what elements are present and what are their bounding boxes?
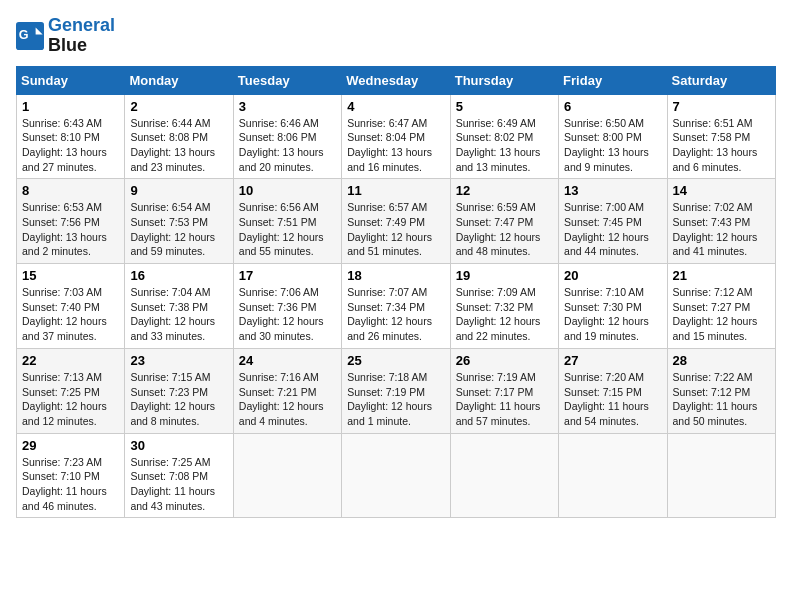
day-info: Sunrise: 7:18 AM Sunset: 7:19 PM Dayligh… [347, 370, 444, 429]
day-number: 6 [564, 99, 661, 114]
day-number: 10 [239, 183, 336, 198]
day-info: Sunrise: 7:00 AM Sunset: 7:45 PM Dayligh… [564, 200, 661, 259]
day-number: 30 [130, 438, 227, 453]
day-number: 9 [130, 183, 227, 198]
calendar-cell: 27 Sunrise: 7:20 AM Sunset: 7:15 PM Dayl… [559, 348, 667, 433]
page-header: G General Blue [16, 16, 776, 56]
day-info: Sunrise: 6:51 AM Sunset: 7:58 PM Dayligh… [673, 116, 770, 175]
day-info: Sunrise: 7:10 AM Sunset: 7:30 PM Dayligh… [564, 285, 661, 344]
day-number: 2 [130, 99, 227, 114]
day-number: 23 [130, 353, 227, 368]
calendar-cell: 16 Sunrise: 7:04 AM Sunset: 7:38 PM Dayl… [125, 264, 233, 349]
day-number: 3 [239, 99, 336, 114]
calendar-cell: 17 Sunrise: 7:06 AM Sunset: 7:36 PM Dayl… [233, 264, 341, 349]
day-number: 26 [456, 353, 553, 368]
day-info: Sunrise: 7:22 AM Sunset: 7:12 PM Dayligh… [673, 370, 770, 429]
day-number: 16 [130, 268, 227, 283]
day-info: Sunrise: 6:47 AM Sunset: 8:04 PM Dayligh… [347, 116, 444, 175]
calendar-cell: 30 Sunrise: 7:25 AM Sunset: 7:08 PM Dayl… [125, 433, 233, 518]
calendar-cell: 9 Sunrise: 6:54 AM Sunset: 7:53 PM Dayli… [125, 179, 233, 264]
calendar-cell: 15 Sunrise: 7:03 AM Sunset: 7:40 PM Dayl… [17, 264, 125, 349]
day-header-tuesday: Tuesday [233, 66, 341, 94]
day-header-friday: Friday [559, 66, 667, 94]
calendar-cell: 26 Sunrise: 7:19 AM Sunset: 7:17 PM Dayl… [450, 348, 558, 433]
calendar-cell: 19 Sunrise: 7:09 AM Sunset: 7:32 PM Dayl… [450, 264, 558, 349]
day-info: Sunrise: 6:43 AM Sunset: 8:10 PM Dayligh… [22, 116, 119, 175]
svg-text:G: G [19, 28, 29, 42]
calendar-cell [450, 433, 558, 518]
calendar-cell: 10 Sunrise: 6:56 AM Sunset: 7:51 PM Dayl… [233, 179, 341, 264]
day-number: 25 [347, 353, 444, 368]
day-number: 21 [673, 268, 770, 283]
calendar-cell [342, 433, 450, 518]
calendar-cell: 13 Sunrise: 7:00 AM Sunset: 7:45 PM Dayl… [559, 179, 667, 264]
day-info: Sunrise: 7:13 AM Sunset: 7:25 PM Dayligh… [22, 370, 119, 429]
day-info: Sunrise: 6:57 AM Sunset: 7:49 PM Dayligh… [347, 200, 444, 259]
day-info: Sunrise: 7:03 AM Sunset: 7:40 PM Dayligh… [22, 285, 119, 344]
day-number: 29 [22, 438, 119, 453]
day-header-saturday: Saturday [667, 66, 775, 94]
day-number: 20 [564, 268, 661, 283]
calendar-cell: 29 Sunrise: 7:23 AM Sunset: 7:10 PM Dayl… [17, 433, 125, 518]
calendar-cell: 23 Sunrise: 7:15 AM Sunset: 7:23 PM Dayl… [125, 348, 233, 433]
calendar-cell: 21 Sunrise: 7:12 AM Sunset: 7:27 PM Dayl… [667, 264, 775, 349]
day-info: Sunrise: 6:54 AM Sunset: 7:53 PM Dayligh… [130, 200, 227, 259]
calendar-cell: 4 Sunrise: 6:47 AM Sunset: 8:04 PM Dayli… [342, 94, 450, 179]
day-number: 27 [564, 353, 661, 368]
day-info: Sunrise: 7:25 AM Sunset: 7:08 PM Dayligh… [130, 455, 227, 514]
day-info: Sunrise: 7:15 AM Sunset: 7:23 PM Dayligh… [130, 370, 227, 429]
day-header-thursday: Thursday [450, 66, 558, 94]
calendar-cell [559, 433, 667, 518]
day-number: 13 [564, 183, 661, 198]
day-number: 17 [239, 268, 336, 283]
day-info: Sunrise: 7:07 AM Sunset: 7:34 PM Dayligh… [347, 285, 444, 344]
day-info: Sunrise: 7:20 AM Sunset: 7:15 PM Dayligh… [564, 370, 661, 429]
calendar-cell: 24 Sunrise: 7:16 AM Sunset: 7:21 PM Dayl… [233, 348, 341, 433]
calendar-cell: 18 Sunrise: 7:07 AM Sunset: 7:34 PM Dayl… [342, 264, 450, 349]
calendar-cell: 20 Sunrise: 7:10 AM Sunset: 7:30 PM Dayl… [559, 264, 667, 349]
day-info: Sunrise: 7:12 AM Sunset: 7:27 PM Dayligh… [673, 285, 770, 344]
day-header-wednesday: Wednesday [342, 66, 450, 94]
day-number: 1 [22, 99, 119, 114]
calendar-cell: 3 Sunrise: 6:46 AM Sunset: 8:06 PM Dayli… [233, 94, 341, 179]
day-info: Sunrise: 6:56 AM Sunset: 7:51 PM Dayligh… [239, 200, 336, 259]
day-info: Sunrise: 7:23 AM Sunset: 7:10 PM Dayligh… [22, 455, 119, 514]
calendar-cell: 1 Sunrise: 6:43 AM Sunset: 8:10 PM Dayli… [17, 94, 125, 179]
calendar-cell: 7 Sunrise: 6:51 AM Sunset: 7:58 PM Dayli… [667, 94, 775, 179]
day-number: 4 [347, 99, 444, 114]
calendar-cell: 22 Sunrise: 7:13 AM Sunset: 7:25 PM Dayl… [17, 348, 125, 433]
day-info: Sunrise: 7:04 AM Sunset: 7:38 PM Dayligh… [130, 285, 227, 344]
day-number: 11 [347, 183, 444, 198]
day-info: Sunrise: 6:50 AM Sunset: 8:00 PM Dayligh… [564, 116, 661, 175]
day-number: 7 [673, 99, 770, 114]
calendar-cell [667, 433, 775, 518]
day-number: 14 [673, 183, 770, 198]
calendar-cell: 8 Sunrise: 6:53 AM Sunset: 7:56 PM Dayli… [17, 179, 125, 264]
day-info: Sunrise: 7:02 AM Sunset: 7:43 PM Dayligh… [673, 200, 770, 259]
calendar-cell: 14 Sunrise: 7:02 AM Sunset: 7:43 PM Dayl… [667, 179, 775, 264]
logo-text: General Blue [48, 16, 115, 56]
calendar-cell: 12 Sunrise: 6:59 AM Sunset: 7:47 PM Dayl… [450, 179, 558, 264]
calendar-cell: 5 Sunrise: 6:49 AM Sunset: 8:02 PM Dayli… [450, 94, 558, 179]
day-number: 8 [22, 183, 119, 198]
calendar-cell: 6 Sunrise: 6:50 AM Sunset: 8:00 PM Dayli… [559, 94, 667, 179]
calendar-table: SundayMondayTuesdayWednesdayThursdayFrid… [16, 66, 776, 519]
day-info: Sunrise: 6:46 AM Sunset: 8:06 PM Dayligh… [239, 116, 336, 175]
day-number: 12 [456, 183, 553, 198]
day-number: 18 [347, 268, 444, 283]
calendar-cell: 11 Sunrise: 6:57 AM Sunset: 7:49 PM Dayl… [342, 179, 450, 264]
logo: G General Blue [16, 16, 115, 56]
day-number: 5 [456, 99, 553, 114]
day-info: Sunrise: 7:09 AM Sunset: 7:32 PM Dayligh… [456, 285, 553, 344]
day-info: Sunrise: 6:53 AM Sunset: 7:56 PM Dayligh… [22, 200, 119, 259]
day-info: Sunrise: 6:44 AM Sunset: 8:08 PM Dayligh… [130, 116, 227, 175]
calendar-cell [233, 433, 341, 518]
day-info: Sunrise: 7:19 AM Sunset: 7:17 PM Dayligh… [456, 370, 553, 429]
calendar-cell: 28 Sunrise: 7:22 AM Sunset: 7:12 PM Dayl… [667, 348, 775, 433]
day-number: 22 [22, 353, 119, 368]
day-info: Sunrise: 6:49 AM Sunset: 8:02 PM Dayligh… [456, 116, 553, 175]
day-number: 19 [456, 268, 553, 283]
day-info: Sunrise: 7:06 AM Sunset: 7:36 PM Dayligh… [239, 285, 336, 344]
day-header-monday: Monday [125, 66, 233, 94]
day-info: Sunrise: 6:59 AM Sunset: 7:47 PM Dayligh… [456, 200, 553, 259]
